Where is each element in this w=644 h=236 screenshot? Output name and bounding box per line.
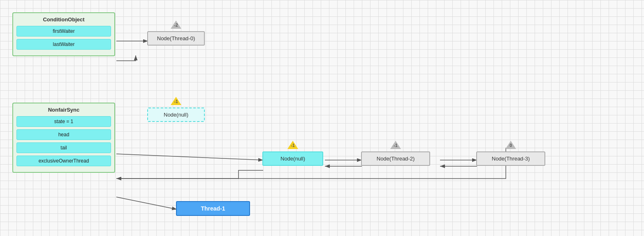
node-thread-0-wrapper: -2 Node(Thread-0): [147, 25, 205, 33]
node-thread-3-badge: 0: [510, 143, 512, 148]
svg-line-5: [116, 197, 177, 209]
node-thread-2-badge: -1: [394, 143, 398, 148]
node-null-dashed-wrapper: -1 Node(null): [147, 102, 205, 109]
condition-object-title: ConditionObject: [16, 16, 111, 23]
head-field: head: [16, 129, 111, 140]
nonfair-sync-title: NonfairSync: [16, 107, 111, 113]
node-thread-2-wrapper: -1 Node(Thread-2): [361, 146, 430, 153]
svg-line-4: [116, 154, 263, 160]
thread-1: Thread-1: [176, 201, 250, 216]
node-null-solid-badge: -1: [291, 143, 295, 148]
condition-object-box: ConditionObject firstWaiter lastWaiter: [12, 12, 115, 56]
node-null-dashed: Node(null): [147, 108, 205, 122]
node-thread0-badge: -2: [174, 23, 178, 27]
tail-field: tail: [16, 142, 111, 153]
node-thread-2: Node(Thread-2): [361, 151, 430, 166]
node-thread-3-wrapper: 0 Node(Thread-3): [476, 146, 545, 153]
node-thread-0: Node(Thread-0): [147, 31, 205, 46]
node-null-solid-wrapper: -1 Node(null): [262, 146, 323, 153]
node-null-dashed-badge: -1: [174, 99, 178, 104]
diagram: ConditionObject firstWaiter lastWaiter -…: [0, 0, 644, 236]
state-field: state = 1: [16, 116, 111, 127]
last-waiter-field: lastWaiter: [16, 39, 111, 50]
nonfair-sync-box: NonfairSync state = 1 head tail exclusiv…: [12, 103, 115, 173]
first-waiter-field: firstWaiter: [16, 26, 111, 37]
exclusive-owner-thread-field: exclusiveOwnerThread: [16, 156, 111, 166]
node-null-solid: Node(null): [262, 151, 323, 166]
node-thread-3: Node(Thread-3): [476, 151, 545, 166]
